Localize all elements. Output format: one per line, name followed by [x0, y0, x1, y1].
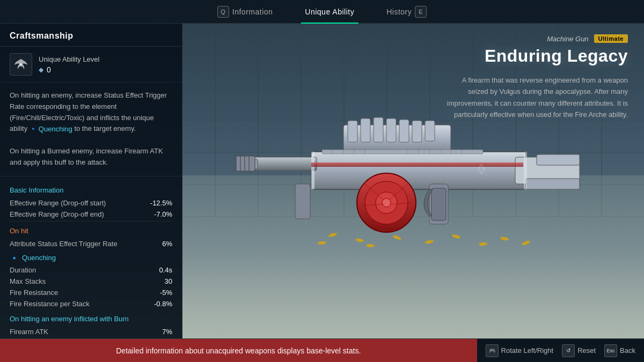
- basic-info-header[interactable]: Basic Information: [10, 186, 172, 194]
- svg-rect-6: [412, 121, 422, 142]
- esc-key: Esc: [604, 344, 617, 357]
- quenching-section-header[interactable]: 🔹 Quenching: [10, 254, 172, 262]
- description-area: On hitting an enemy, increase Status Eff…: [0, 83, 182, 176]
- tab-unique-ability[interactable]: Unique Ability: [289, 0, 370, 24]
- svg-point-45: [355, 238, 364, 242]
- ability-icon: [10, 53, 32, 76]
- svg-point-51: [500, 236, 509, 241]
- bottom-controls: 🎮 Rotate Left/Right ↺ Reset Esc Back: [477, 339, 644, 362]
- stat-maxstacks: Max Stacks 30: [10, 276, 172, 287]
- svg-point-46: [318, 241, 326, 245]
- svg-point-49: [451, 234, 460, 239]
- stat-value-duration: 0.4s: [159, 266, 172, 274]
- tab-information[interactable]: Q Information: [201, 0, 289, 24]
- reset-control: ↺ Reset: [562, 344, 596, 357]
- ability-level-label: Unique Ability Level: [39, 55, 172, 63]
- svg-point-53: [366, 243, 375, 247]
- ability-level-info: Unique Ability Level ◆ 0: [39, 55, 172, 74]
- rotate-icon: 🎮: [486, 344, 499, 357]
- bottom-bar: Detailed information about unacquired we…: [0, 338, 644, 362]
- quenching-section-label: Quenching: [22, 254, 56, 262]
- panel-header: Craftsmanship: [0, 24, 182, 47]
- rotate-control: 🎮 Rotate Left/Right: [486, 344, 554, 357]
- weapon-type-row: Machine Gun Ultimate: [445, 34, 628, 43]
- stat-label-1: Effective Range (Drop-off end): [10, 210, 104, 218]
- stat-label-fireres: Fire Resistance: [10, 289, 58, 297]
- ability-level-number: 0: [47, 65, 51, 74]
- svg-rect-10: [537, 154, 580, 165]
- stat-value-1: -7.0%: [154, 210, 172, 218]
- stat-row-1: Effective Range (Drop-off end) -7.0%: [10, 209, 172, 220]
- stat-label-firearm-atk: Firearm ATK: [10, 328, 48, 336]
- stat-value-firearm-atk: 7%: [162, 328, 172, 336]
- ultimate-badge: Ultimate: [594, 34, 628, 43]
- svg-point-48: [425, 239, 434, 244]
- tab-unique-ability-label: Unique Ability: [305, 8, 354, 16]
- stat-value-fireres-stack: -0.8%: [154, 300, 172, 308]
- bottom-message: Detailed information about unacquired we…: [0, 339, 477, 362]
- desc-part3: On hitting a Burned enemy, increase Fire…: [10, 147, 163, 166]
- desc-part2: to the target enemy.: [74, 124, 136, 132]
- back-control[interactable]: Esc Back: [604, 344, 635, 357]
- svg-rect-5: [399, 120, 409, 142]
- stat-value-maxstacks: 30: [165, 277, 172, 285]
- svg-rect-4: [386, 119, 396, 142]
- svg-rect-40: [311, 152, 314, 189]
- ability-level-value: ◆ 0: [39, 65, 172, 74]
- quenching-icon-desc: 🔹: [30, 124, 37, 134]
- stats-area: Basic Information Effective Range (Drop-…: [0, 176, 182, 338]
- on-hit-header: On hit: [10, 227, 172, 235]
- q-key: Q: [217, 6, 229, 18]
- navigation-bar: Q Information Unique Ability History E: [0, 0, 644, 24]
- stat-row-on-hit-0: Attribute Status Effect Trigger Rate 6%: [10, 238, 172, 249]
- stat-value-fireres: -5%: [160, 289, 172, 297]
- e-key: E: [415, 6, 427, 18]
- svg-point-44: [328, 232, 337, 238]
- svg-point-50: [479, 241, 488, 246]
- diamond-icon: ◆: [39, 66, 43, 73]
- quenching-section-icon: 🔹: [10, 254, 19, 262]
- svg-rect-39: [295, 184, 310, 219]
- stat-firearm-atk: Firearm ATK 7%: [10, 326, 172, 337]
- svg-rect-3: [374, 117, 383, 142]
- svg-rect-11: [526, 179, 580, 189]
- svg-rect-14: [236, 156, 255, 171]
- stat-fireres: Fire Resistance -5%: [10, 287, 172, 298]
- rotate-label: Rotate Left/Right: [501, 346, 554, 354]
- svg-rect-1: [348, 121, 357, 142]
- svg-point-52: [521, 240, 530, 246]
- stat-label-maxstacks: Max Stacks: [10, 277, 46, 285]
- tab-information-label: Information: [232, 8, 273, 16]
- svg-rect-12: [252, 157, 317, 171]
- svg-rect-27: [431, 188, 446, 220]
- weapon-name: Enduring Legacy: [445, 46, 628, 66]
- tab-history-label: History: [386, 8, 412, 16]
- stat-label-on-hit-0: Attribute Status Effect Trigger Rate: [10, 240, 118, 248]
- stat-label-0: Effective Range (Drop-off start): [10, 199, 106, 207]
- weapon-description: A firearm that was reverse engineered fr…: [445, 75, 628, 121]
- svg-point-47: [392, 234, 401, 240]
- weapon-type-label: Machine Gun: [547, 35, 588, 43]
- stat-duration: Duration 0.4s: [10, 264, 172, 276]
- tab-history[interactable]: History E: [370, 0, 443, 24]
- svg-rect-41: [524, 152, 527, 189]
- divider-1: [10, 221, 172, 221]
- left-panel: Craftsmanship Unique Ability Level ◆ 0 O…: [0, 24, 182, 338]
- ability-level-row: Unique Ability Level ◆ 0: [0, 47, 182, 83]
- back-label: Back: [620, 346, 635, 354]
- reset-icon: ↺: [562, 344, 575, 357]
- svg-rect-42: [311, 162, 523, 167]
- stat-fireres-stack: Fire Resistance per Stack -0.8%: [10, 298, 172, 309]
- svg-point-54: [20, 63, 22, 65]
- stat-label-duration: Duration: [10, 266, 36, 274]
- reset-label: Reset: [577, 346, 596, 354]
- quenching-link-label: Quenching: [39, 124, 72, 135]
- stat-value-0: -12.5%: [150, 199, 172, 207]
- panel-title: Craftsmanship: [10, 31, 74, 40]
- svg-rect-8: [311, 152, 526, 189]
- stat-value-on-hit-0: 6%: [162, 240, 172, 248]
- burn-section-header[interactable]: On hitting an enemy inflicted with Burn: [10, 315, 172, 323]
- gun-image: ◊: [225, 109, 601, 270]
- svg-text:◊: ◊: [478, 161, 485, 178]
- quenching-link-desc[interactable]: 🔹 Quenching: [30, 124, 72, 135]
